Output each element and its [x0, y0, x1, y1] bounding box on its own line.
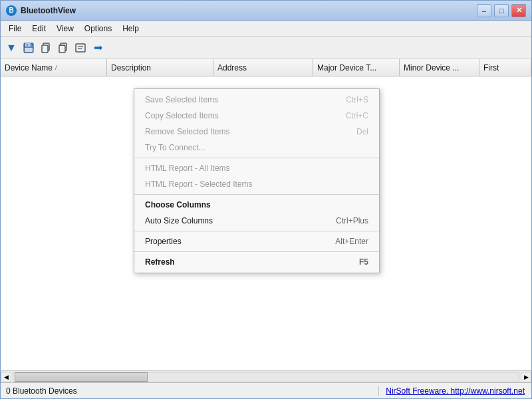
window-title: BluetoothView [21, 6, 477, 15]
save-icon [23, 43, 34, 53]
scrollbar-thumb[interactable] [15, 372, 148, 382]
menu-view[interactable]: View [51, 23, 79, 35]
filter-button[interactable]: ▼ [3, 40, 19, 56]
svg-rect-5 [42, 45, 48, 53]
ctx-sep-2 [134, 194, 379, 195]
menu-file[interactable]: File [3, 23, 27, 35]
properties-icon [75, 43, 86, 53]
col-major-device[interactable]: Major Device T... [313, 59, 400, 76]
properties-button[interactable] [72, 40, 88, 56]
col-address[interactable]: Address [213, 59, 313, 76]
ctx-try-connect[interactable]: Try To Connect... [134, 140, 379, 156]
svg-rect-9 [76, 44, 85, 52]
title-bar: B BluetoothView – □ ✕ [1, 1, 531, 21]
content-area[interactable]: Save Selected Items Ctrl+S Copy Selected… [1, 76, 531, 370]
menu-options[interactable]: Options [79, 23, 117, 35]
ctx-choose-columns[interactable]: Choose Columns [134, 197, 379, 213]
app-icon: B [6, 5, 17, 16]
col-first[interactable]: First [479, 59, 531, 76]
svg-rect-2 [25, 48, 33, 52]
ctx-copy-selected[interactable]: Copy Selected Items Ctrl+C [134, 108, 379, 124]
svg-rect-3 [27, 44, 28, 46]
ctx-refresh[interactable]: Refresh F5 [134, 254, 379, 270]
status-device-count: 0 Bluetooth Devices [1, 386, 379, 396]
ctx-sep-3 [134, 231, 379, 231]
ctx-html-all[interactable]: HTML Report - All Items [134, 160, 379, 176]
horizontal-scrollbar[interactable]: ◀ ▶ [1, 370, 531, 382]
copy-icon [41, 43, 51, 53]
column-headers: Device Name / Description Address Major … [1, 59, 531, 76]
context-menu: Save Selected Items Ctrl+S Copy Selected… [134, 88, 380, 273]
menu-edit[interactable]: Edit [27, 23, 51, 35]
menu-help[interactable]: Help [117, 23, 144, 35]
copy-button[interactable] [38, 40, 54, 56]
cut-button[interactable] [55, 40, 71, 56]
connect-button[interactable]: ➡ [90, 40, 106, 56]
scroll-left-button[interactable]: ◀ [1, 372, 11, 382]
menu-bar: File Edit View Options Help [1, 21, 531, 37]
ctx-sep-1 [134, 158, 379, 158]
col-device-name[interactable]: Device Name / [1, 59, 107, 76]
toolbar: ▼ [1, 37, 531, 59]
main-window: B BluetoothView – □ ✕ File Edit View Opt… [0, 0, 532, 399]
status-bar: 0 Bluetooth Devices NirSoft Freeware. ht… [1, 382, 531, 398]
scrollbar-track[interactable] [13, 372, 519, 382]
col-description[interactable]: Description [107, 59, 213, 76]
save-button[interactable] [21, 40, 37, 56]
ctx-html-selected[interactable]: HTML Report - Selected Items [134, 176, 379, 192]
svg-rect-7 [59, 45, 65, 53]
window-controls: – □ ✕ [477, 4, 526, 17]
close-button[interactable]: ✕ [511, 4, 526, 17]
cut-icon [58, 43, 68, 53]
ctx-save-selected[interactable]: Save Selected Items Ctrl+S [134, 92, 379, 108]
scroll-right-button[interactable]: ▶ [521, 372, 531, 382]
minimize-button[interactable]: – [477, 4, 491, 17]
status-nirsoft-link[interactable]: NirSoft Freeware. http://www.nirsoft.net [379, 386, 531, 396]
col-minor-device[interactable]: Minor Device ... [400, 59, 479, 76]
maximize-button[interactable]: □ [494, 4, 509, 17]
ctx-properties[interactable]: Properties Alt+Enter [134, 233, 379, 249]
ctx-sep-4 [134, 251, 379, 252]
ctx-remove-selected[interactable]: Remove Selected Items Del [134, 124, 379, 140]
ctx-auto-size[interactable]: Auto Size Columns Ctrl+Plus [134, 213, 379, 229]
